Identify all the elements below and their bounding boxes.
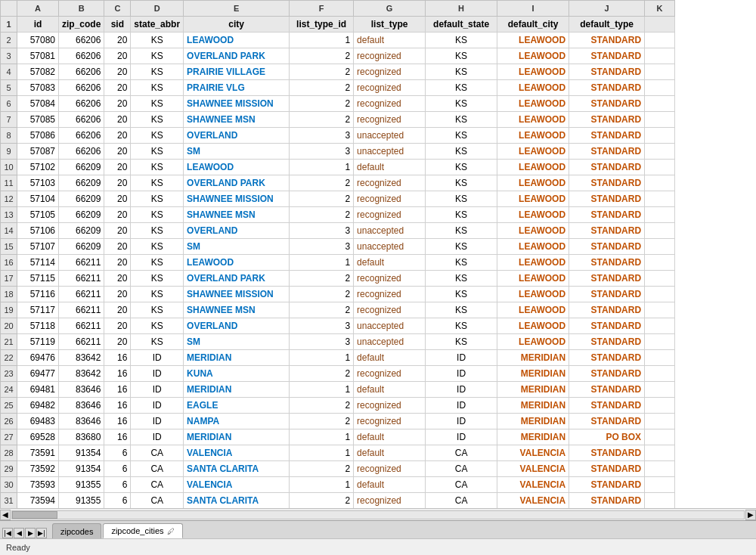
cell-state-abbr[interactable]: CA (131, 445, 184, 461)
cell-default-type[interactable]: STANDARD (569, 80, 645, 96)
cell-city[interactable]: LEAWOOD (184, 33, 290, 48)
cell-list-type[interactable]: recognized (354, 493, 426, 509)
cell-default-type[interactable]: STANDARD (569, 144, 645, 160)
cell-state-abbr[interactable]: KS (131, 33, 184, 48)
cell-city[interactable]: SHAWNEE MSN (184, 112, 290, 128)
cell-default-state[interactable]: KS (426, 255, 497, 271)
cell-list-type[interactable]: unaccepted (354, 318, 426, 334)
tab-nav-next[interactable]: ▶ (25, 528, 36, 538)
cell-list-type-id[interactable]: 2 (290, 80, 354, 96)
cell-default-city[interactable]: MERIDIAN (497, 398, 569, 414)
cell-default-type[interactable]: STANDARD (569, 445, 645, 461)
cell-list-type[interactable]: unaccepted (354, 144, 426, 160)
cell-default-type[interactable]: STANDARD (569, 366, 645, 382)
cell-state-abbr[interactable]: ID (131, 398, 184, 414)
cell-sid[interactable]: 20 (104, 271, 131, 287)
cell-id[interactable]: 69481 (17, 382, 59, 398)
cell-list-type[interactable]: recognized (354, 64, 426, 80)
cell-zipcode[interactable]: 83642 (59, 350, 104, 366)
cell-state-abbr[interactable]: KS (131, 207, 184, 223)
cell-zipcode[interactable]: 66206 (59, 33, 104, 48)
cell-default-city[interactable]: LEAWOOD (497, 112, 569, 128)
cell-sid[interactable]: 20 (104, 160, 131, 175)
cell-default-city[interactable]: MERIDIAN (497, 366, 569, 382)
cell-J1[interactable]: default_type (569, 17, 645, 33)
cell-sid[interactable]: 20 (104, 223, 131, 239)
cell-id[interactable]: 73591 (17, 445, 59, 461)
cell-default-type[interactable]: STANDARD (569, 334, 645, 350)
cell-city[interactable]: PRAIRIE VLG (184, 80, 290, 96)
cell-city[interactable]: SANTA CLARITA (184, 461, 290, 477)
cell-sid[interactable]: 16 (104, 398, 131, 414)
cell-list-type[interactable]: recognized (354, 48, 426, 64)
cell-zipcode[interactable]: 66206 (59, 96, 104, 112)
cell-zipcode[interactable]: 66211 (59, 287, 104, 302)
cell-default-city[interactable]: VALENCIA (497, 493, 569, 509)
cell-default-type[interactable]: STANDARD (569, 271, 645, 287)
cell-default-type[interactable]: STANDARD (569, 48, 645, 64)
cell-default-city[interactable]: LEAWOOD (497, 318, 569, 334)
cell-zipcode[interactable]: 66206 (59, 48, 104, 64)
cell-default-state[interactable]: KS (426, 334, 497, 350)
cell-default-city[interactable]: LEAWOOD (497, 144, 569, 160)
cell-default-state[interactable]: KS (426, 239, 497, 255)
cell-list-type-id[interactable]: 1 (290, 33, 354, 48)
cell-city[interactable]: MERIDIAN (184, 382, 290, 398)
cell-city[interactable]: SANTA CLARITA (184, 493, 290, 509)
cell-default-city[interactable]: LEAWOOD (497, 302, 569, 318)
cell-state-abbr[interactable]: KS (131, 175, 184, 191)
cell-default-state[interactable]: KS (426, 302, 497, 318)
cell-state-abbr[interactable]: KS (131, 271, 184, 287)
cell-list-type-id[interactable]: 2 (290, 366, 354, 382)
cell-list-type-id[interactable]: 2 (290, 191, 354, 207)
col-header-C[interactable]: C (104, 1, 131, 17)
cell-default-type[interactable]: STANDARD (569, 255, 645, 271)
cell-id[interactable]: 57104 (17, 191, 59, 207)
cell-list-type-id[interactable]: 2 (290, 414, 354, 429)
cell-state-abbr[interactable]: KS (131, 318, 184, 334)
cell-default-city[interactable]: VALENCIA (497, 445, 569, 461)
cell-list-type[interactable]: default (354, 350, 426, 366)
cell-city[interactable]: VALENCIA (184, 477, 290, 493)
cell-default-state[interactable]: KS (426, 191, 497, 207)
cell-list-type-id[interactable]: 3 (290, 334, 354, 350)
h-scrollbar-thumb[interactable] (12, 511, 57, 519)
cell-default-type[interactable]: STANDARD (569, 382, 645, 398)
cell-id[interactable]: 57082 (17, 64, 59, 80)
cell-default-state[interactable]: KS (426, 287, 497, 302)
cell-default-state[interactable]: CA (426, 477, 497, 493)
cell-sid[interactable]: 20 (104, 48, 131, 64)
cell-zipcode[interactable]: 66206 (59, 64, 104, 80)
cell-default-city[interactable]: LEAWOOD (497, 255, 569, 271)
cell-sid[interactable]: 16 (104, 414, 131, 429)
cell-id[interactable]: 57085 (17, 112, 59, 128)
cell-default-city[interactable]: LEAWOOD (497, 80, 569, 96)
cell-list-type-id[interactable]: 1 (290, 382, 354, 398)
cell-default-type[interactable]: STANDARD (569, 398, 645, 414)
cell-zipcode[interactable]: 83646 (59, 398, 104, 414)
h-scrollbar-area[interactable]: ◀ ▶ (0, 508, 756, 520)
cell-list-type-id[interactable]: 1 (290, 445, 354, 461)
cell-default-state[interactable]: KS (426, 128, 497, 144)
cell-list-type[interactable]: unaccepted (354, 334, 426, 350)
cell-default-type[interactable]: STANDARD (569, 96, 645, 112)
cell-default-type[interactable]: STANDARD (569, 223, 645, 239)
cell-list-type[interactable]: recognized (354, 414, 426, 429)
cell-city[interactable]: NAMPA (184, 414, 290, 429)
cell-default-city[interactable]: LEAWOOD (497, 287, 569, 302)
cell-id[interactable]: 57117 (17, 302, 59, 318)
cell-city[interactable]: LEAWOOD (184, 160, 290, 175)
cell-city[interactable]: OVERLAND PARK (184, 48, 290, 64)
cell-list-type-id[interactable]: 1 (290, 477, 354, 493)
cell-zipcode[interactable]: 83646 (59, 414, 104, 429)
cell-default-city[interactable]: LEAWOOD (497, 271, 569, 287)
cell-state-abbr[interactable]: KS (131, 80, 184, 96)
cell-list-type-id[interactable]: 2 (290, 287, 354, 302)
cell-F1[interactable]: list_type_id (290, 17, 354, 33)
cell-list-type-id[interactable]: 1 (290, 429, 354, 445)
tab-zipcodes[interactable]: zipcodes (52, 523, 101, 538)
cell-id[interactable]: 57084 (17, 96, 59, 112)
cell-sid[interactable]: 20 (104, 255, 131, 271)
cell-list-type-id[interactable]: 2 (290, 302, 354, 318)
cell-list-type-id[interactable]: 3 (290, 128, 354, 144)
